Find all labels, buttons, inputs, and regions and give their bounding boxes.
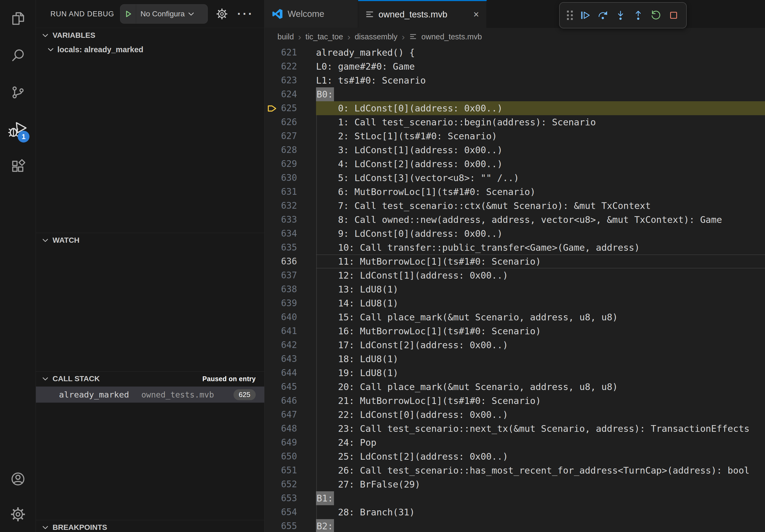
breakpoint-gutter[interactable]: [265, 199, 279, 213]
code-text[interactable]: 0: LdConst[0](address: 0x00..): [316, 101, 765, 115]
code-text[interactable]: 9: LdConst[0](address: 0x00..): [316, 227, 765, 241]
breakpoint-gutter[interactable]: [265, 408, 279, 421]
step-out-button[interactable]: [630, 6, 646, 25]
stop-button[interactable]: [666, 6, 681, 25]
breakpoint-gutter[interactable]: [265, 352, 279, 366]
variables-scope-locals[interactable]: locals: already_marked: [36, 43, 264, 57]
code-text[interactable]: 24: Pop: [316, 435, 765, 449]
code-text[interactable]: 20: Call place_mark(&mut Scenario, addre…: [316, 380, 765, 394]
current-position-arrow-icon[interactable]: [265, 101, 279, 115]
breakpoint-gutter[interactable]: [265, 143, 279, 157]
breakpoint-gutter[interactable]: [265, 366, 279, 380]
continue-button[interactable]: [577, 6, 593, 25]
breakpoint-gutter[interactable]: [265, 394, 279, 408]
settings-gear-icon[interactable]: [0, 497, 36, 532]
activity-source-control-icon[interactable]: [0, 74, 36, 111]
breakpoint-gutter[interactable]: [265, 380, 279, 394]
code-text[interactable]: 11: MutBorrowLoc[1](ts#1#0: Scenario): [316, 254, 765, 268]
breakpoint-gutter[interactable]: [265, 73, 279, 87]
step-over-button[interactable]: [595, 6, 611, 25]
account-icon[interactable]: [0, 461, 36, 497]
code-text[interactable]: already_marked() {: [316, 46, 765, 60]
breakpoint-gutter[interactable]: [265, 282, 279, 296]
breakpoint-gutter[interactable]: [265, 324, 279, 338]
code-text[interactable]: 26: Call test_scenario::has_most_recent_…: [316, 463, 765, 477]
breakpoint-gutter[interactable]: [265, 435, 279, 449]
more-actions-icon[interactable]: ···: [237, 11, 254, 17]
code-text[interactable]: 13: LdU8(1): [316, 282, 765, 296]
code-text[interactable]: 21: MutBorrowLoc[1](ts#1#0: Scenario): [316, 394, 765, 408]
code-text[interactable]: 16: MutBorrowLoc[1](ts#1#0: Scenario): [316, 324, 765, 338]
breakpoint-gutter[interactable]: [265, 60, 279, 73]
code-text[interactable]: 12: LdConst[1](address: 0x00..): [316, 268, 765, 282]
code-text[interactable]: 22: LdConst[0](address: 0x00..): [316, 408, 765, 421]
code-text[interactable]: 25: LdConst[2](address: 0x00..): [316, 449, 765, 463]
breakpoint-gutter[interactable]: [265, 171, 279, 185]
code-text[interactable]: 18: LdU8(1): [316, 352, 765, 366]
breakpoint-gutter[interactable]: [265, 129, 279, 143]
code-text[interactable]: L1: ts#1#0: Scenario: [316, 73, 765, 87]
code-text[interactable]: 7: Call test_scenario::ctx(&mut Scenario…: [316, 199, 765, 213]
code-text[interactable]: 28: Branch(31): [316, 505, 765, 519]
code-text[interactable]: 5: LdConst[3](vector<u8>: "" /..): [316, 171, 765, 185]
breadcrumb-item[interactable]: owned_tests.mvb: [421, 32, 482, 41]
breakpoint-gutter[interactable]: [265, 213, 279, 227]
step-into-button[interactable]: [613, 6, 628, 25]
breakpoint-gutter[interactable]: [265, 491, 279, 505]
watch-header[interactable]: WATCH: [36, 233, 264, 247]
breakpoint-gutter[interactable]: [265, 254, 279, 268]
restart-button[interactable]: [648, 6, 664, 25]
code-text[interactable]: 19: LdU8(1): [316, 366, 765, 380]
breakpoint-gutter[interactable]: [265, 115, 279, 129]
code-text[interactable]: 27: BrFalse(29): [316, 477, 765, 491]
code-text[interactable]: 8: Call owned::new(address, address, vec…: [316, 213, 765, 227]
code-text[interactable]: 3: LdConst[1](address: 0x00..): [316, 143, 765, 157]
breadcrumb-item[interactable]: tic_tac_toe: [306, 32, 343, 41]
breakpoints-header[interactable]: BREAKPOINTS: [36, 520, 264, 532]
breakpoint-gutter[interactable]: [265, 241, 279, 254]
breakpoint-gutter[interactable]: [265, 463, 279, 477]
code-text[interactable]: 17: LdConst[2](address: 0x00..): [316, 338, 765, 352]
activity-extensions-icon[interactable]: [0, 148, 36, 185]
code-text[interactable]: 6: MutBorrowLoc[1](ts#1#0: Scenario): [316, 185, 765, 199]
start-debugging-icon[interactable]: [120, 5, 136, 23]
code-text[interactable]: 15: Call place_mark(&mut Scenario, addre…: [316, 310, 765, 324]
breakpoint-gutter[interactable]: [265, 477, 279, 491]
breakpoint-gutter[interactable]: [265, 46, 279, 60]
breakpoint-gutter[interactable]: [265, 519, 279, 532]
breakpoint-gutter[interactable]: [265, 310, 279, 324]
breakpoint-gutter[interactable]: [265, 449, 279, 463]
breakpoint-gutter[interactable]: [265, 338, 279, 352]
variables-header[interactable]: VARIABLES: [36, 28, 264, 43]
code-text[interactable]: B0:: [316, 87, 765, 101]
call-stack-frame-row[interactable]: already_marked owned_tests.mvb 625: [36, 387, 264, 402]
activity-run-and-debug-icon[interactable]: 1: [0, 111, 36, 148]
call-stack-header[interactable]: CALL STACK Paused on entry: [36, 372, 264, 386]
code-text[interactable]: L0: game#2#0: Game: [316, 60, 765, 73]
code-text[interactable]: B2:: [316, 519, 765, 532]
code-editor[interactable]: 621already_marked() {622L0: game#2#0: Ga…: [265, 46, 765, 532]
debug-settings-gear-icon[interactable]: [216, 8, 228, 20]
breakpoint-gutter[interactable]: [265, 185, 279, 199]
drag-handle-icon[interactable]: [564, 6, 575, 25]
activity-explorer-icon[interactable]: [0, 0, 36, 37]
close-tab-icon[interactable]: ×: [473, 10, 479, 19]
code-text[interactable]: 23: Call test_scenario::next_tx(&mut Sce…: [316, 421, 765, 435]
tab-owned-tests[interactable]: owned_tests.mvb ×: [358, 0, 487, 28]
code-text[interactable]: 2: StLoc[1](ts#1#0: Scenario): [316, 129, 765, 143]
breakpoint-gutter[interactable]: [265, 296, 279, 310]
code-text[interactable]: 10: Call transfer::public_transfer<Game>…: [316, 241, 765, 254]
code-text[interactable]: 4: LdConst[2](address: 0x00..): [316, 157, 765, 171]
code-text[interactable]: 1: Call test_scenario::begin(address): S…: [316, 115, 765, 129]
debug-configuration-dropdown[interactable]: No Configura: [120, 4, 208, 24]
breadcrumb-item[interactable]: build: [278, 32, 294, 41]
breakpoint-gutter[interactable]: [265, 227, 279, 241]
breakpoint-gutter[interactable]: [265, 505, 279, 519]
breakpoint-gutter[interactable]: [265, 157, 279, 171]
breakpoint-gutter[interactable]: [265, 268, 279, 282]
activity-search-icon[interactable]: [0, 37, 36, 74]
breadcrumb-item[interactable]: disassembly: [355, 32, 397, 41]
code-text[interactable]: B1:: [316, 491, 765, 505]
breakpoint-gutter[interactable]: [265, 421, 279, 435]
code-text[interactable]: 14: LdU8(1): [316, 296, 765, 310]
